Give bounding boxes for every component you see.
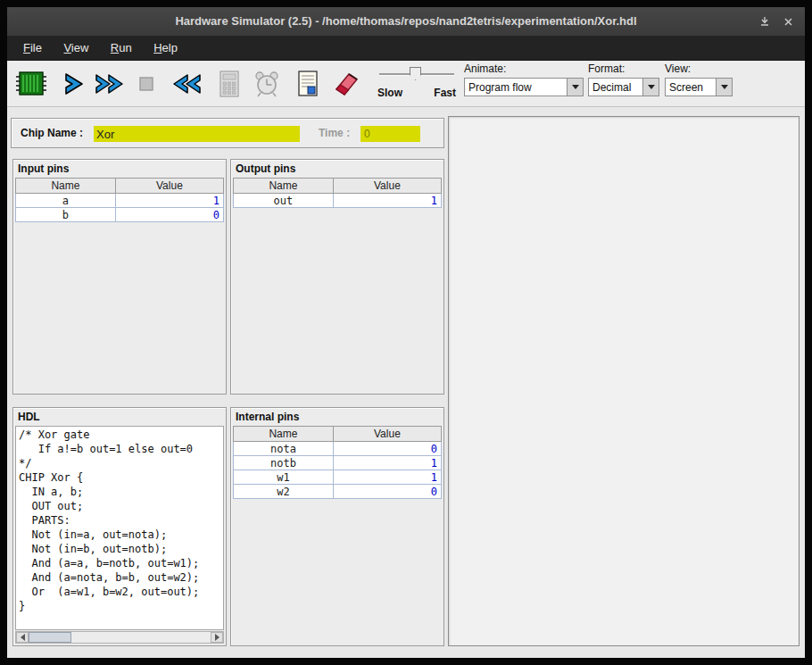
speed-slider-group: Slow Fast: [377, 65, 456, 103]
clock-icon: [252, 68, 282, 100]
input-pins-title: Input pins: [13, 160, 226, 178]
output-pins-title: Output pins: [231, 160, 443, 178]
chevron-down-icon: [721, 85, 728, 89]
format-dropdown-button[interactable]: [642, 79, 659, 96]
table-row: w2 0: [234, 485, 442, 499]
view-script-button[interactable]: [289, 65, 327, 103]
close-icon: [783, 17, 793, 27]
screen-view-panel: [448, 116, 800, 646]
main-content: Chip Name : Time : 0 Input pins Name Val…: [7, 107, 805, 658]
eraser-button[interactable]: [327, 65, 365, 103]
chip-name-label: Chip Name :: [21, 119, 83, 147]
stop-icon: [132, 70, 161, 98]
chip-name-bar: Chip Name : Time : 0: [11, 118, 444, 148]
run-icon: [93, 70, 128, 98]
single-step-icon: [59, 70, 89, 98]
pin-value: 0: [333, 442, 441, 456]
speed-slider-thumb[interactable]: [410, 67, 421, 80]
table-row: a 1: [16, 194, 224, 208]
slider-slow-label: Slow: [377, 87, 402, 99]
chevron-down-icon: [648, 85, 655, 89]
pin-name: notb: [234, 456, 334, 470]
output-pins-panel: Output pins Name Value out 1: [230, 159, 444, 395]
scroll-left-button[interactable]: [16, 632, 29, 643]
close-button[interactable]: [780, 13, 796, 29]
animate-value: Program flow: [465, 79, 567, 96]
view-value: Screen: [666, 79, 716, 96]
table-row: w1 1: [234, 470, 442, 485]
time-label: Time :: [319, 119, 350, 147]
view-dropdown-button[interactable]: [716, 79, 732, 96]
window-frame: Hardware Simulator (2.5) - /home/thomas/…: [0, 0, 812, 665]
menu-run[interactable]: Run: [102, 36, 141, 61]
format-label: Format:: [588, 62, 659, 75]
pin-value[interactable]: 1: [115, 194, 223, 208]
minimize-icon: [759, 16, 770, 27]
table-row: out 1: [234, 194, 442, 208]
stop-button[interactable]: [128, 65, 165, 103]
script-icon: [294, 68, 321, 100]
animate-dropdown-button[interactable]: [567, 79, 583, 96]
reset-button[interactable]: [167, 65, 204, 103]
chip-name-input[interactable]: [94, 126, 300, 142]
format-value: Decimal: [589, 79, 642, 96]
view-dropdown[interactable]: Screen: [665, 78, 733, 96]
output-pins-table: Name Value out 1: [233, 178, 442, 208]
pin-value: 1: [333, 194, 441, 208]
reset-icon: [168, 70, 203, 98]
pin-name: out: [234, 194, 334, 208]
view-group: View: Screen: [665, 62, 733, 96]
format-group: Format: Decimal: [588, 62, 659, 96]
chip-icon: [13, 69, 49, 99]
table-row: b 0: [16, 208, 224, 222]
menu-help[interactable]: Help: [145, 36, 186, 61]
internal-pins-table: Name Value nota 0 notb 1: [233, 426, 442, 499]
pin-name: w1: [234, 470, 334, 485]
load-chip-button[interactable]: [12, 65, 50, 103]
clock-button[interactable]: [248, 65, 286, 103]
pin-value[interactable]: 0: [115, 208, 223, 222]
hdl-panel: HDL /* Xor gate If a!=b out=1 else out=0…: [12, 407, 227, 646]
slider-fast-label: Fast: [434, 87, 456, 99]
pin-value: 1: [333, 470, 441, 485]
scroll-right-button[interactable]: [211, 632, 223, 643]
input-pins-table: Name Value a 1 b 0: [15, 178, 224, 222]
hdl-title: HDL: [13, 408, 226, 426]
hdl-code: /* Xor gate If a!=b out=1 else out=0 */ …: [15, 426, 224, 630]
run-button[interactable]: [92, 65, 129, 103]
hardware-simulator-window: Hardware Simulator (2.5) - /home/thomas/…: [7, 7, 805, 658]
internal-pins-title: Internal pins: [231, 408, 443, 426]
scrollbar-thumb[interactable]: [29, 632, 71, 643]
internal-pins-panel: Internal pins Name Value nota 0: [230, 407, 444, 646]
pin-value: 1: [333, 456, 441, 470]
menu-bar: File View Run Help: [7, 36, 805, 61]
pin-name: w2: [234, 485, 334, 499]
pin-name: a: [16, 194, 116, 208]
menu-file[interactable]: File: [14, 36, 51, 61]
calculator-button[interactable]: [211, 65, 248, 103]
triangle-left-icon: [21, 634, 25, 641]
table-row: notb 1: [234, 456, 442, 470]
pin-name: nota: [234, 442, 334, 456]
single-step-button[interactable]: [55, 65, 93, 103]
input-pins-panel: Input pins Name Value a 1: [12, 159, 227, 395]
menu-view[interactable]: View: [54, 36, 97, 61]
column-header-name: Name: [234, 427, 334, 442]
animate-dropdown[interactable]: Program flow: [464, 78, 584, 96]
window-title: Hardware Simulator (2.5) - /home/thomas/…: [7, 7, 805, 36]
hdl-horizontal-scrollbar[interactable]: [15, 631, 224, 644]
animate-label: Animate:: [464, 62, 584, 75]
toolbar: Slow Fast Animate: Program flow Format: …: [7, 61, 805, 107]
pin-value: 0: [333, 485, 441, 499]
pin-name: b: [16, 208, 116, 222]
view-label: View:: [665, 62, 733, 75]
chevron-down-icon: [572, 85, 579, 89]
column-header-value: Value: [115, 179, 223, 194]
titlebar[interactable]: Hardware Simulator (2.5) - /home/thomas/…: [7, 7, 805, 36]
eraser-icon: [331, 69, 361, 99]
time-field: 0: [360, 126, 420, 142]
column-header-value: Value: [333, 427, 441, 442]
table-row: nota 0: [234, 442, 442, 456]
minimize-button[interactable]: [757, 13, 773, 29]
format-dropdown[interactable]: Decimal: [588, 78, 659, 96]
